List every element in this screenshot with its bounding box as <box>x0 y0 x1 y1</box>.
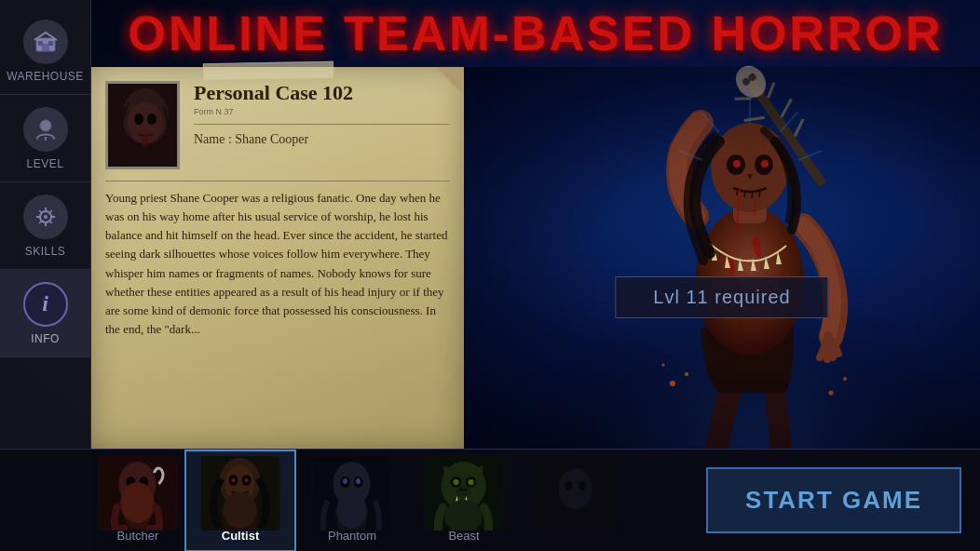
sidebar-warehouse-label: Warehouse <box>7 70 84 83</box>
character-label-beast: Beast <box>448 529 479 543</box>
svg-point-79 <box>460 488 464 491</box>
svg-point-46 <box>662 364 665 367</box>
svg-point-48 <box>843 377 847 381</box>
case-form-note: Form N 37 <box>194 107 450 116</box>
character-slot-cultist[interactable]: Cultist <box>184 450 296 552</box>
sidebar-level-label: Level <box>27 157 64 170</box>
bottom-bar: Butcher <box>0 449 980 551</box>
svg-point-60 <box>245 478 249 482</box>
case-title-block: Personal Case 102 Form N 37 Name : Shane… <box>194 81 450 169</box>
svg-point-77 <box>469 479 474 485</box>
character-image-cultist <box>201 456 280 531</box>
svg-point-69 <box>343 478 347 484</box>
character-slot-beast[interactable]: Beast <box>408 450 520 552</box>
sidebar-item-skills[interactable]: Skills <box>0 182 91 270</box>
character-image-phantom <box>313 456 392 531</box>
svg-point-80 <box>464 488 468 491</box>
case-divider <box>194 124 450 125</box>
case-panel: Personal Case 102 Form N 37 Name : Shane… <box>91 67 464 449</box>
svg-point-34 <box>761 160 769 168</box>
svg-point-78 <box>456 486 471 497</box>
svg-point-84 <box>565 481 573 491</box>
sidebar-item-info[interactable]: i Info <box>0 270 91 357</box>
svg-line-13 <box>49 221 52 223</box>
character-label-cultist: Cultist <box>222 529 259 543</box>
svg-line-36 <box>744 190 745 197</box>
svg-line-14 <box>49 210 52 213</box>
svg-line-38 <box>759 190 760 197</box>
skills-icon <box>23 195 68 239</box>
svg-line-35 <box>737 188 738 195</box>
svg-point-30 <box>711 123 789 212</box>
case-title: Personal Case 102 <box>194 81 450 105</box>
sidebar-skills-label: Skills <box>25 245 66 258</box>
case-header: Personal Case 102 Form N 37 Name : Shane… <box>105 81 450 169</box>
character-slots: Butcher <box>91 450 632 551</box>
character-slot-phantom[interactable]: Phantom <box>296 450 408 552</box>
case-body-text: Young priest Shane Cooper was a religiou… <box>105 189 450 339</box>
svg-point-64 <box>224 491 257 529</box>
svg-point-83 <box>559 468 592 509</box>
character-slot-butcher[interactable]: Butcher <box>91 450 184 552</box>
case-body-divider <box>105 181 450 181</box>
svg-rect-3 <box>48 41 53 46</box>
case-photo <box>105 81 180 169</box>
svg-point-44 <box>670 381 675 386</box>
svg-point-53 <box>121 482 155 523</box>
svg-point-85 <box>578 481 586 491</box>
character-image-butcher <box>99 456 178 531</box>
svg-point-70 <box>356 478 361 484</box>
svg-rect-2 <box>38 41 43 46</box>
svg-line-15 <box>39 221 42 223</box>
sidebar-item-level[interactable]: Level <box>0 95 91 182</box>
level-icon <box>23 107 68 152</box>
svg-point-33 <box>733 160 741 168</box>
character-image-5 <box>537 456 616 531</box>
monster-container <box>464 67 980 449</box>
svg-point-4 <box>40 120 51 131</box>
character-image-beast <box>425 456 504 531</box>
title-bar: ONLINE TEAM-BASED HORROR <box>91 0 980 67</box>
svg-rect-1 <box>42 44 49 51</box>
svg-point-59 <box>232 478 236 482</box>
main-content: Personal Case 102 Form N 37 Name : Shane… <box>91 67 980 449</box>
svg-point-76 <box>454 479 459 485</box>
monster-area: Lvl 11 required <box>464 67 980 449</box>
corner-fold <box>436 67 464 95</box>
svg-point-45 <box>685 372 688 376</box>
info-icon: i <box>23 282 68 327</box>
svg-point-71 <box>337 491 367 529</box>
character-label-butcher: Butcher <box>117 529 159 543</box>
level-required-badge: Lvl 11 required <box>615 276 828 318</box>
case-name: Name : Shane Cooper <box>194 132 450 147</box>
svg-point-19 <box>134 114 143 125</box>
case-panel-wrapper: Personal Case 102 Form N 37 Name : Shane… <box>91 67 464 449</box>
app-title: ONLINE TEAM-BASED HORROR <box>128 6 943 61</box>
warehouse-icon <box>23 20 68 64</box>
svg-point-47 <box>829 391 834 396</box>
sidebar-item-warehouse[interactable]: Warehouse <box>0 7 91 95</box>
sidebar-info-label: Info <box>31 332 60 345</box>
character-label-phantom: Phantom <box>328 529 376 543</box>
svg-point-20 <box>147 114 157 125</box>
svg-line-12 <box>39 210 42 213</box>
start-game-button[interactable]: START GAME <box>706 467 961 533</box>
svg-point-7 <box>44 215 48 219</box>
character-slot-5[interactable] <box>520 450 632 552</box>
svg-line-37 <box>752 191 753 198</box>
